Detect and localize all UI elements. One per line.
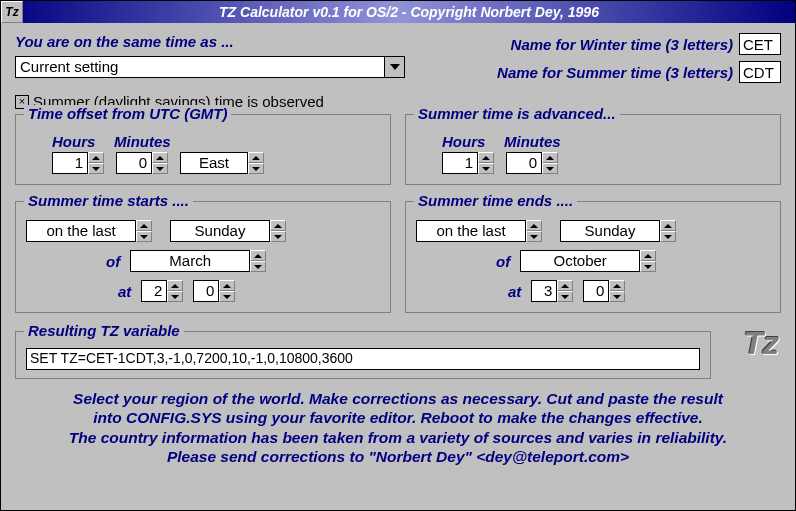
spin-down-icon[interactable]: [609, 291, 625, 302]
winter-name-input[interactable]: CET: [739, 33, 781, 55]
titlebar[interactable]: Tz TZ Calculator v0.1 for OS/2 - Copyrig…: [1, 1, 795, 23]
advance-group: Summer time is advanced... Hours Minutes…: [405, 114, 781, 185]
region-label: You are on the same time as ...: [15, 33, 416, 50]
start-weekday-spinner[interactable]: Sunday: [170, 220, 290, 242]
spin-up-icon[interactable]: [219, 280, 235, 291]
summer-name-label: Name for Summer time (3 letters): [497, 64, 733, 81]
end-ordinal-spinner[interactable]: on the last: [416, 220, 546, 242]
spin-down-icon[interactable]: [660, 231, 676, 242]
end-at-minutes-spinner[interactable]: 0: [583, 280, 625, 302]
tz-logo-icon: Tz: [743, 325, 779, 362]
winter-name-label: Name for Winter time (3 letters): [511, 36, 733, 53]
dropdown-arrow-icon[interactable]: [384, 57, 404, 77]
start-at-minutes-spinner[interactable]: 0: [193, 280, 235, 302]
start-ordinal-spinner[interactable]: on the last: [26, 220, 156, 242]
start-month-spinner[interactable]: March: [130, 250, 270, 272]
start-at-hours-spinner[interactable]: 2: [141, 280, 183, 302]
help-text: Select your region of the world. Make co…: [15, 389, 781, 467]
spin-up-icon[interactable]: [250, 250, 266, 261]
spin-up-icon[interactable]: [152, 152, 168, 163]
window: Tz TZ Calculator v0.1 for OS/2 - Copyrig…: [0, 0, 796, 511]
spin-down-icon[interactable]: [640, 261, 656, 272]
utc-hours-spinner[interactable]: 1: [52, 152, 104, 174]
adv-minutes-label: Minutes: [504, 133, 561, 150]
advance-legend: Summer time is advanced...: [414, 105, 620, 122]
end-at-hours-spinner[interactable]: 3: [531, 280, 573, 302]
summer-end-group: Summer time ends .... on the last Sunday…: [405, 201, 781, 313]
system-menu-icon[interactable]: Tz: [1, 1, 23, 23]
spin-down-icon[interactable]: [557, 291, 573, 302]
spin-up-icon[interactable]: [478, 152, 494, 163]
spin-down-icon[interactable]: [152, 163, 168, 174]
spin-up-icon[interactable]: [557, 280, 573, 291]
spin-up-icon[interactable]: [526, 220, 542, 231]
spin-down-icon[interactable]: [219, 291, 235, 302]
utc-offset-legend: Time offset from UTC (GMT): [24, 105, 231, 122]
spin-down-icon[interactable]: [270, 231, 286, 242]
summer-end-legend: Summer time ends ....: [414, 192, 577, 209]
spin-up-icon[interactable]: [640, 250, 656, 261]
spin-up-icon[interactable]: [660, 220, 676, 231]
start-of-label: of: [106, 253, 120, 270]
result-output[interactable]: SET TZ=CET-1CDT,3,-1,0,7200,10,-1,0,1080…: [26, 348, 700, 370]
spin-up-icon[interactable]: [167, 280, 183, 291]
end-of-label: of: [496, 253, 510, 270]
result-group: Resulting TZ variable SET TZ=CET-1CDT,3,…: [15, 331, 711, 379]
region-dropdown-value: Current setting: [16, 57, 384, 77]
spin-down-icon[interactable]: [526, 231, 542, 242]
spin-down-icon[interactable]: [542, 163, 558, 174]
spin-down-icon[interactable]: [250, 261, 266, 272]
utc-direction-spinner[interactable]: East: [180, 152, 264, 174]
adv-hours-label: Hours: [442, 133, 498, 150]
start-at-label: at: [118, 283, 131, 300]
spin-down-icon[interactable]: [88, 163, 104, 174]
summer-name-input[interactable]: CDT: [739, 61, 781, 83]
spin-down-icon[interactable]: [167, 291, 183, 302]
utc-minutes-label: Minutes: [114, 133, 171, 150]
spin-down-icon[interactable]: [478, 163, 494, 174]
utc-hours-label: Hours: [52, 133, 108, 150]
end-at-label: at: [508, 283, 521, 300]
adv-hours-spinner[interactable]: 1: [442, 152, 494, 174]
spin-up-icon[interactable]: [88, 152, 104, 163]
result-legend: Resulting TZ variable: [24, 322, 184, 339]
summer-start-group: Summer time starts .... on the last Sund…: [15, 201, 391, 313]
window-title: TZ Calculator v0.1 for OS/2 - Copyright …: [23, 4, 795, 20]
spin-up-icon[interactable]: [542, 152, 558, 163]
region-dropdown[interactable]: Current setting: [15, 56, 405, 78]
adv-minutes-spinner[interactable]: 0: [506, 152, 558, 174]
summer-start-legend: Summer time starts ....: [24, 192, 193, 209]
spin-up-icon[interactable]: [270, 220, 286, 231]
spin-down-icon[interactable]: [136, 231, 152, 242]
spin-up-icon[interactable]: [248, 152, 264, 163]
end-month-spinner[interactable]: October: [520, 250, 660, 272]
spin-down-icon[interactable]: [248, 163, 264, 174]
spin-up-icon[interactable]: [609, 280, 625, 291]
utc-offset-group: Time offset from UTC (GMT) Hours Minutes…: [15, 114, 391, 185]
end-weekday-spinner[interactable]: Sunday: [560, 220, 680, 242]
utc-minutes-spinner[interactable]: 0: [116, 152, 168, 174]
spin-up-icon[interactable]: [136, 220, 152, 231]
